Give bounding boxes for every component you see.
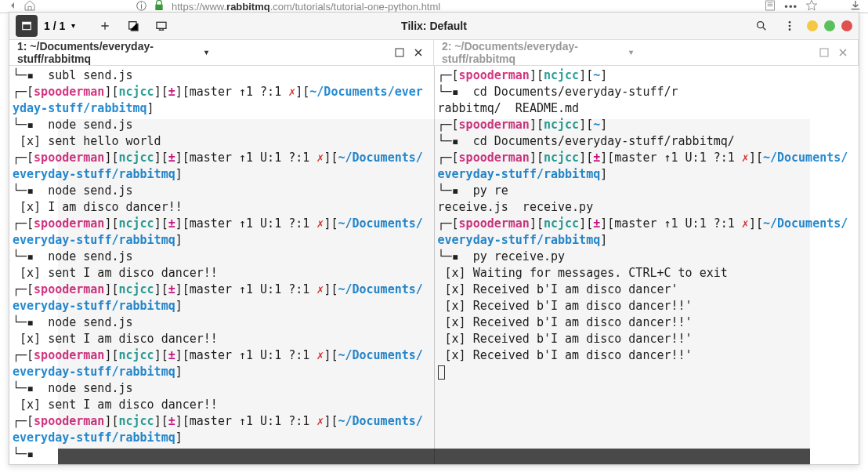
maximize-button[interactable] xyxy=(824,20,835,31)
svg-rect-7 xyxy=(157,22,166,28)
tilix-window: 1 / 1 ▾ Tilix: Default 1: ~/Documents/ev… xyxy=(9,12,859,465)
svg-point-9 xyxy=(789,21,791,24)
svg-rect-13 xyxy=(820,49,828,56)
tab-title: 2: ~/Documents/everyday-stuff/rabbitmq xyxy=(442,40,626,65)
terminal-panes: └─▪ subl send.js ┌─[spooderman][ncjcc][±… xyxy=(9,66,859,464)
svg-rect-5 xyxy=(23,22,31,24)
svg-rect-0 xyxy=(766,1,775,10)
chevron-down-icon[interactable]: ▾ xyxy=(204,48,208,56)
save-layout-button[interactable] xyxy=(150,15,172,37)
search-button[interactable] xyxy=(750,15,772,37)
cursor xyxy=(438,365,445,380)
menu-dots-icon[interactable]: ••• xyxy=(784,1,797,13)
svg-point-8 xyxy=(758,22,764,28)
tab-1[interactable]: 1: ~/Documents/everyday-stuff/rabbitmq ▾ xyxy=(9,40,434,65)
session-count: 1 / 1 xyxy=(44,20,65,32)
url-bar[interactable]: https://www.rabbitmq.com/tutorials/tutor… xyxy=(172,1,758,13)
chevron-down-icon[interactable]: ▾ xyxy=(71,21,75,30)
terminal-pane-right[interactable]: ┌─[spooderman][ncjcc][~] └─▪ cd Document… xyxy=(435,66,859,464)
add-terminal-button[interactable] xyxy=(94,15,116,37)
svg-point-10 xyxy=(789,25,791,27)
close-pane-icon[interactable] xyxy=(836,45,850,60)
minimize-button[interactable] xyxy=(807,20,818,31)
svg-rect-12 xyxy=(396,49,403,56)
close-pane-icon[interactable] xyxy=(411,45,425,60)
maximize-pane-icon[interactable] xyxy=(392,45,407,60)
tab-bar: 1: ~/Documents/everyday-stuff/rabbitmq ▾… xyxy=(9,40,859,66)
menu-button[interactable] xyxy=(779,15,801,37)
new-window-button[interactable] xyxy=(122,15,144,37)
chevron-down-icon[interactable]: ▾ xyxy=(629,48,633,56)
terminal-pane-left[interactable]: └─▪ subl send.js ┌─[spooderman][ncjcc][±… xyxy=(9,66,435,464)
window-title: Tilix: Default xyxy=(401,20,467,32)
sidebar-button[interactable] xyxy=(16,15,38,37)
tab-2[interactable]: 2: ~/Documents/everyday-stuff/rabbitmq ▾ xyxy=(434,40,859,65)
svg-point-11 xyxy=(789,28,791,31)
tab-title: 1: ~/Documents/everyday-stuff/rabbitmq xyxy=(17,40,201,65)
maximize-pane-icon[interactable] xyxy=(817,45,831,60)
tilix-header: 1 / 1 ▾ Tilix: Default xyxy=(9,13,859,40)
close-button[interactable] xyxy=(841,20,852,31)
